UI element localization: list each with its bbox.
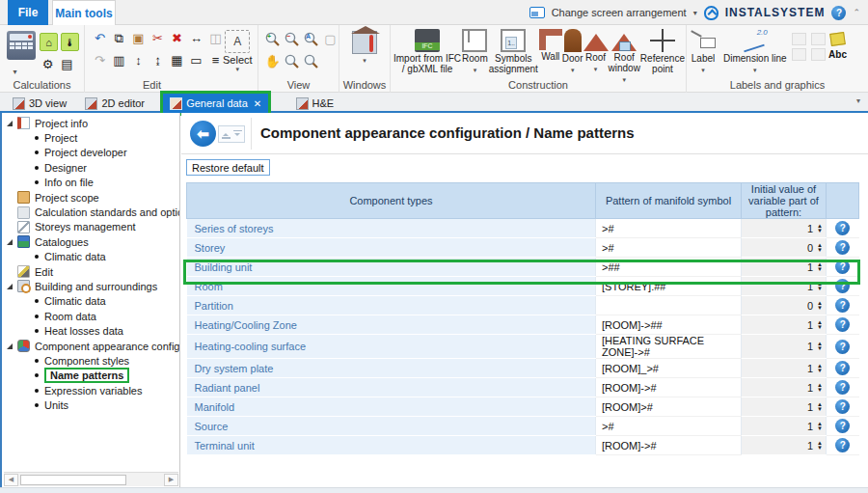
component-type-cell[interactable]: Dry system plate (187, 359, 596, 378)
adjust-icon[interactable]: ↨ (149, 52, 166, 68)
room-button[interactable]: Room ▾ (462, 25, 488, 85)
row-help-icon[interactable]: ? (835, 380, 850, 395)
tree-horizontal-scrollbar[interactable]: ◀ ▶ (4, 472, 178, 486)
component-type-cell[interactable]: Heating-cooling surface (187, 335, 596, 359)
tree-expander-icon[interactable] (6, 268, 14, 276)
dimension-line-button[interactable]: Dimension line ▾ (723, 25, 787, 75)
help-icon[interactable]: ? (831, 6, 846, 20)
close-tab-icon[interactable]: ✕ (254, 98, 261, 109)
sticky-note-icon[interactable] (829, 32, 846, 46)
sidebar-item-room-data[interactable]: Room data (2, 309, 179, 323)
pattern-cell[interactable]: >## (596, 258, 742, 277)
tree-expander-icon[interactable] (6, 357, 31, 365)
report-table-icon[interactable] (792, 33, 806, 45)
door-button[interactable]: Door ▾ (562, 25, 583, 85)
value-spinner[interactable]: ▲▼ (817, 342, 823, 351)
row-help-icon[interactable]: ? (835, 260, 850, 274)
initial-value-cell[interactable]: 1▲▼ (742, 258, 827, 277)
pattern-cell[interactable]: [ROOM]># (596, 397, 742, 417)
value-spinner[interactable]: ▲▼ (817, 402, 823, 412)
value-spinner[interactable]: ▲▼ (817, 224, 823, 233)
row-help-icon[interactable]: ? (835, 279, 850, 293)
pattern-cell[interactable]: [ROOM]-># (596, 378, 742, 397)
tree-expander-icon[interactable] (6, 194, 14, 202)
symbols-assignment-button[interactable]: Symbols assignment (488, 25, 539, 85)
row-help-icon[interactable]: ? (835, 419, 850, 433)
windows-dropdown-icon[interactable]: ▾ (363, 55, 366, 66)
change-screen-arrangement-button[interactable]: Change screen arrangement (552, 7, 687, 18)
value-spinner[interactable]: ▲▼ (817, 282, 823, 291)
zoom-all-icon[interactable]: A (303, 31, 319, 47)
select-button[interactable]: A (225, 30, 250, 53)
pattern-cell[interactable]: ># (596, 219, 742, 238)
sidebar-item-storeys-management[interactable]: Storeys management (2, 220, 179, 234)
sidebar-item-designer[interactable]: Designer (2, 160, 179, 175)
value-number[interactable]: 1 (807, 341, 813, 352)
sidebar-item-heat-losses-data[interactable]: Heat losses data (2, 323, 179, 338)
view-tab-2d-editor[interactable]: 2D editor (78, 94, 151, 113)
value-spinner[interactable]: ▲▼ (817, 262, 823, 272)
chevron-down-icon[interactable]: ▾ (693, 9, 697, 17)
initial-value-cell[interactable]: 1▲▼ (742, 315, 827, 335)
list-icon[interactable] (811, 33, 826, 45)
tree-expander-icon[interactable] (6, 164, 31, 172)
initial-value-cell[interactable]: 1▲▼ (742, 359, 827, 378)
pattern-cell[interactable] (596, 296, 742, 315)
roof-calculation-toggle-icon[interactable]: ⌂ (40, 33, 58, 51)
value-number[interactable]: 1 (807, 440, 813, 452)
scrollbar-thumb[interactable] (20, 475, 126, 485)
grid-icon[interactable] (811, 48, 826, 61)
row-help-icon[interactable]: ? (835, 340, 850, 354)
ribbon-button-dropdown-icon[interactable]: ▾ (753, 65, 757, 75)
calculations-dropdown-icon[interactable]: ▾ (7, 64, 23, 80)
tree-expander-icon[interactable] (6, 401, 31, 409)
initial-value-cell[interactable]: 1▲▼ (742, 277, 827, 296)
tree-expander-icon[interactable] (6, 120, 14, 127)
view-tab-general-data[interactable]: General data ✕ (163, 94, 268, 113)
row-help-icon[interactable]: ? (835, 221, 850, 235)
value-number[interactable]: 0 (807, 300, 813, 312)
sidebar-item-info-on-file[interactable]: Info on file (2, 176, 179, 190)
row-help-icon[interactable]: ? (835, 298, 850, 313)
component-type-cell[interactable]: Heating/Cooling Zone (187, 315, 596, 335)
heat-calculation-toggle-icon[interactable]: 🌡 (61, 33, 79, 51)
mirror-icon[interactable]: ◫ (207, 30, 224, 46)
component-type-cell[interactable]: Partition (187, 296, 596, 315)
value-number[interactable]: 0 (807, 242, 813, 254)
windows-button[interactable]: ▾ (339, 27, 390, 66)
tree-expander-icon[interactable] (6, 313, 31, 320)
value-number[interactable]: 1 (807, 382, 813, 394)
collapse-ribbon-icon[interactable]: ⌃ (853, 8, 860, 17)
component-type-cell[interactable]: Building unit (187, 258, 596, 277)
calculator-icon[interactable] (7, 31, 36, 60)
tree-expander-icon[interactable] (6, 178, 31, 186)
ribbon-button-dropdown-icon[interactable]: ▾ (701, 65, 705, 75)
copy-icon[interactable]: ⧉ (111, 30, 127, 46)
value-spinner[interactable]: ▲▼ (817, 320, 823, 330)
sidebar-item-calculation-standards-and-options[interactable]: Calculation standards and options (2, 205, 179, 219)
row-help-icon[interactable]: ? (835, 438, 850, 452)
component-type-cell[interactable]: Manifold (187, 397, 596, 417)
sidebar-item-project-info[interactable]: Project info (2, 116, 179, 130)
pattern-cell[interactable]: [STOREY].## (596, 277, 742, 296)
tree-expander-icon[interactable] (6, 342, 14, 350)
sidebar-item-expression-variables[interactable]: Expression variables (2, 383, 179, 397)
scroll-left-icon[interactable]: ◀ (4, 474, 18, 486)
small-table-icon[interactable] (792, 48, 806, 61)
sidebar-item-project-scope[interactable]: Project scope (2, 190, 179, 205)
import-from-ifc-gbxml-file-button[interactable]: Import from IFC / gbXML file (393, 25, 462, 85)
component-type-cell[interactable]: Source (187, 417, 596, 436)
sidebar-item-building-and-surroundings[interactable]: Building and surroundings (2, 279, 179, 293)
tree-expander-icon[interactable] (6, 149, 31, 156)
delete-icon[interactable]: ✖ (169, 30, 185, 46)
ruler-icon[interactable]: ≡ (207, 52, 224, 68)
table-row-manifold[interactable]: Manifold [ROOM]># 1▲▼ ? (187, 397, 859, 417)
table-row-terminal-unit[interactable]: Terminal unit [ROOM]-># 1▲▼ ? (187, 436, 859, 455)
tree-expander-icon[interactable] (6, 283, 14, 290)
tree-expander-icon[interactable] (6, 208, 14, 216)
pattern-cell[interactable]: [ROOM]-># (596, 436, 742, 455)
sidebar-item-project-developer[interactable]: Project developer (2, 146, 179, 160)
sidebar-item-units[interactable]: Units (2, 397, 179, 412)
sidebar-item-edit[interactable]: Edit (2, 264, 179, 279)
value-number[interactable]: 1 (807, 281, 813, 292)
